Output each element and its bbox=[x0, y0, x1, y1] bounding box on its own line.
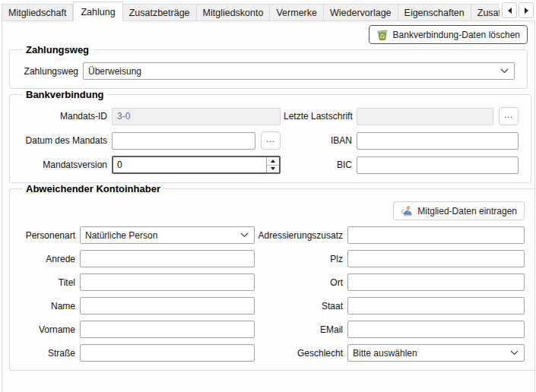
tab-mitgliedskonto[interactable]: Mitgliedskonto bbox=[197, 4, 271, 21]
tab-zusatzfelder[interactable]: Zusatzfelder bbox=[471, 4, 500, 21]
name-label: Name bbox=[22, 301, 75, 311]
anrede-label: Anrede bbox=[22, 254, 75, 264]
personenart-select[interactable]: Natürliche Person bbox=[80, 226, 255, 244]
titel-label: Titel bbox=[22, 277, 75, 288]
tab-mitgliedschaft[interactable]: Mitgliedschaft bbox=[2, 4, 73, 21]
sneaker-icon bbox=[401, 205, 413, 217]
mandatsversion-label: Mandatsversion bbox=[22, 160, 107, 170]
tab-vermerke[interactable]: Vermerke bbox=[270, 4, 324, 21]
mandats-id-field[interactable] bbox=[112, 108, 281, 125]
letzte-lastschrift-browse-button[interactable]: ... bbox=[499, 107, 519, 125]
chevron-down-icon bbox=[500, 68, 509, 74]
mandatsversion-stepper bbox=[112, 156, 281, 174]
arrow-down-icon bbox=[271, 167, 275, 170]
tab-zusatzbetraege[interactable]: Zusatzbeträge bbox=[123, 4, 197, 21]
zahlungsweg-group: Zahlungsweg Zahlungsweg Überweisung bbox=[9, 44, 528, 89]
bic-field[interactable] bbox=[357, 156, 519, 174]
adressierungszusatz-field[interactable] bbox=[347, 226, 525, 244]
tab-wiedervorlage[interactable]: Wiedervorlage bbox=[324, 4, 398, 21]
mandatsversion-spin-buttons bbox=[266, 157, 279, 172]
delete-bank-data-label: Bankverbindung-Daten löschen bbox=[393, 30, 520, 40]
mandatsversion-field[interactable] bbox=[113, 157, 266, 172]
top-button-row: Bankverbindung-Daten löschen bbox=[9, 25, 528, 44]
zahlungsweg-select[interactable]: Überweisung bbox=[83, 62, 515, 80]
plz-field[interactable] bbox=[347, 250, 525, 267]
tab-scroll-buttons bbox=[502, 2, 534, 18]
staat-label: Staat bbox=[258, 301, 343, 311]
geschlecht-select[interactable]: Bitte auswählen bbox=[347, 344, 525, 362]
recycle-bin-icon bbox=[376, 29, 389, 41]
tab-eigenschaften[interactable]: Eigenschaften bbox=[398, 4, 471, 21]
kontoinhaber-group: Abweichender Kontoinhaber Mitglied-Daten… bbox=[9, 183, 536, 371]
kontoinhaber-group-title: Abweichender Kontoinhaber bbox=[23, 183, 163, 194]
tab-scroll-right-button[interactable] bbox=[519, 2, 534, 18]
chevron-down-icon bbox=[510, 350, 519, 356]
email-field[interactable] bbox=[347, 321, 525, 338]
spin-up-button[interactable] bbox=[267, 157, 279, 165]
spin-down-button[interactable] bbox=[267, 165, 279, 173]
staat-field[interactable] bbox=[347, 297, 525, 315]
fill-member-data-label: Mitglied-Daten eintragen bbox=[417, 206, 517, 217]
geschlecht-label: Geschlecht bbox=[258, 348, 343, 359]
tab-bar: Mitgliedschaft Zahlung Zusatzbeträge Mit… bbox=[2, 0, 536, 21]
geschlecht-selected-value: Bitte auswählen bbox=[353, 348, 417, 359]
kontoinhaber-button-row: Mitglied-Daten eintragen bbox=[22, 201, 525, 220]
iban-label: IBAN bbox=[284, 135, 352, 146]
bankverbindung-group: Bankverbindung Mandats-ID Letzte Lastsch… bbox=[9, 89, 531, 183]
mandats-id-label: Mandats-ID bbox=[22, 111, 107, 122]
letzte-lastschrift-field[interactable] bbox=[357, 108, 493, 125]
plz-label: Plz bbox=[258, 254, 343, 264]
arrow-up-icon bbox=[271, 160, 275, 163]
chevron-down-icon bbox=[240, 232, 249, 238]
zahlungsweg-group-title: Zahlungsweg bbox=[23, 44, 92, 55]
vorname-field[interactable] bbox=[80, 321, 255, 338]
email-label: EMail bbox=[258, 324, 343, 335]
zahlungsweg-selected-value: Überweisung bbox=[88, 66, 141, 77]
bic-label: BIC bbox=[284, 160, 352, 170]
iban-field[interactable] bbox=[357, 132, 519, 150]
letzte-lastschrift-label: Letzte Lastschrift bbox=[284, 111, 352, 122]
tab-scroller: Mitgliedschaft Zahlung Zusatzbeträge Mit… bbox=[2, 0, 500, 21]
datum-des-mandats-label: Datum des Mandats bbox=[22, 135, 107, 146]
delete-bank-data-button[interactable]: Bankverbindung-Daten löschen bbox=[369, 25, 528, 44]
name-field[interactable] bbox=[80, 297, 255, 315]
strasse-label: Straße bbox=[22, 348, 75, 359]
zahlungsweg-label: Zahlungsweg bbox=[22, 66, 78, 77]
fill-member-data-button[interactable]: Mitglied-Daten eintragen bbox=[393, 201, 525, 220]
personenart-label: Personenart bbox=[22, 230, 75, 241]
arrow-right-icon bbox=[525, 8, 528, 14]
zahlung-tab-panel: Bankverbindung-Daten löschen Zahlungsweg… bbox=[2, 21, 535, 392]
tab-zahlung[interactable]: Zahlung bbox=[73, 2, 122, 21]
personenart-selected-value: Natürliche Person bbox=[85, 230, 157, 241]
datum-des-mandats-field[interactable] bbox=[112, 132, 255, 150]
ort-label: Ort bbox=[258, 277, 343, 288]
datum-des-mandats-picker-button[interactable]: ... bbox=[261, 131, 281, 150]
ort-field[interactable] bbox=[347, 273, 525, 291]
anrede-field[interactable] bbox=[80, 250, 255, 267]
strasse-field[interactable] bbox=[80, 344, 255, 362]
titel-field[interactable] bbox=[80, 273, 255, 291]
bankverbindung-group-title: Bankverbindung bbox=[23, 89, 107, 100]
arrow-left-icon bbox=[508, 8, 512, 14]
tab-scroll-left-button[interactable] bbox=[502, 2, 517, 18]
adressierungszusatz-label: Adressierungszusatz bbox=[258, 230, 343, 241]
vorname-label: Vorname bbox=[22, 324, 75, 335]
